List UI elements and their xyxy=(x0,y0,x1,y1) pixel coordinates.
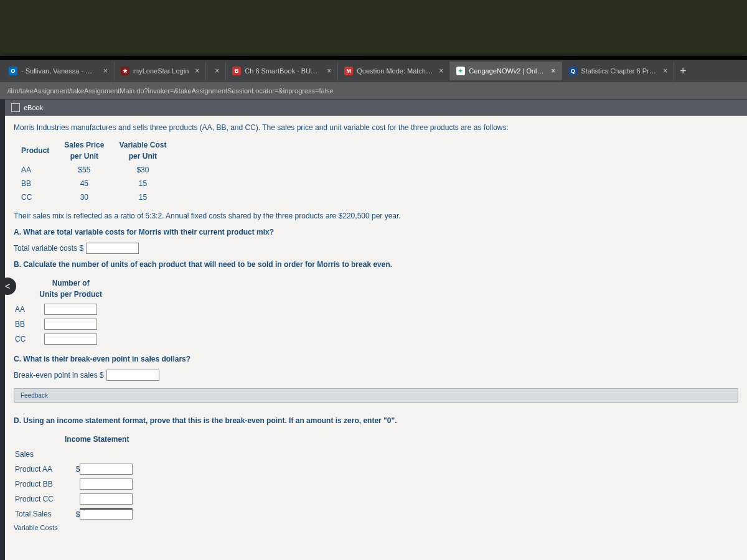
close-icon[interactable]: × xyxy=(195,67,199,75)
table-row: BB xyxy=(15,317,108,331)
problem-intro: Morris Industries manufactures and sells… xyxy=(14,122,738,133)
ebook-label[interactable]: eBook xyxy=(24,104,43,111)
price-cost-table: Product Sales Price per Unit Variable Co… xyxy=(14,138,174,204)
table-row: Product CC xyxy=(15,492,134,506)
units-aa-input[interactable] xyxy=(44,304,97,315)
tab-label: CengageNOWv2 | Online teach xyxy=(469,67,545,75)
table-row: CC 30 15 xyxy=(14,190,174,204)
url-bar[interactable]: /ilrn/takeAssignment/takeAssignmentMain.… xyxy=(0,82,747,100)
outlook-icon: O xyxy=(9,67,17,75)
cell: CC xyxy=(14,190,57,204)
part-d-question: D. Using an income statement format, pro… xyxy=(14,415,738,426)
cell: $55 xyxy=(57,163,111,177)
product-cc-input[interactable] xyxy=(80,493,133,505)
table-row: AA xyxy=(15,302,108,316)
tab-label: Question Mode: Matching Que xyxy=(357,67,433,75)
cell: Sales xyxy=(15,447,59,461)
table-row: BB 45 15 xyxy=(14,177,174,190)
income-header: Income Statement xyxy=(60,432,134,446)
table-row: AA $55 $30 xyxy=(14,163,174,177)
part-c-question: C. What is their break-even point in sal… xyxy=(14,353,738,365)
cell: AA xyxy=(15,302,32,316)
total-variable-input[interactable] xyxy=(86,243,139,254)
tab-outlook[interactable]: O - Sullivan, Vanessa - Outloo × xyxy=(2,62,115,80)
cell: BB xyxy=(14,177,57,190)
cell: Total Sales xyxy=(15,507,59,521)
url-text: /ilrn/takeAssignment/takeAssignmentMain.… xyxy=(7,87,334,95)
browser-tab-bar: O - Sullivan, Vanessa - Outloo × ★ myLon… xyxy=(0,60,747,82)
tab-smartbook[interactable]: B Ch 6 SmartBook - BUSI-2305 60 × xyxy=(226,62,338,80)
table-row: Product AA$ xyxy=(15,462,134,476)
tab-statistics[interactable]: Q Statistics Chapter 6 Practice Flas × xyxy=(562,62,674,80)
breakeven-label: Break-even point in sales $ xyxy=(14,370,104,381)
close-icon[interactable]: × xyxy=(439,67,443,75)
part-a-question: A. What are total variable costs for Mor… xyxy=(14,226,738,238)
tab-empty[interactable]: × xyxy=(206,62,226,80)
units-cc-input[interactable] xyxy=(44,334,97,345)
question-mode-icon: M xyxy=(344,67,353,75)
cell: $30 xyxy=(111,163,174,177)
units-table: Number of Units per Product AA BB CC xyxy=(14,275,110,347)
cell: CC xyxy=(15,332,32,346)
table-row: Sales xyxy=(15,447,134,461)
smartbook-icon: B xyxy=(232,67,241,75)
close-icon[interactable]: × xyxy=(663,67,667,75)
tab-question-mode[interactable]: M Question Mode: Matching Que × xyxy=(338,62,450,80)
total-variable-label: Total variable costs $ xyxy=(14,243,83,254)
cell: Product CC xyxy=(15,492,59,506)
cell: 45 xyxy=(57,177,111,190)
cell: AA xyxy=(14,163,57,177)
page-content: < eBook Morris Industries manufactures a… xyxy=(0,100,747,560)
table-row: Product BB xyxy=(15,477,134,491)
sales-mix-text: Their sales mix is reflected as a ratio … xyxy=(14,210,738,222)
units-header: Number of Units per Product xyxy=(33,276,108,301)
tab-cengagenow[interactable]: ✦ CengageNOWv2 | Online teach × xyxy=(450,62,562,80)
quizlet-icon: Q xyxy=(568,67,577,75)
table-row: CC xyxy=(15,332,108,346)
ebook-icon[interactable] xyxy=(11,103,20,112)
th-var-cost: Variable Cost per Unit xyxy=(111,138,174,163)
close-icon[interactable]: × xyxy=(551,67,555,75)
close-icon[interactable]: × xyxy=(215,67,219,75)
close-icon[interactable]: × xyxy=(103,67,108,75)
new-tab-button[interactable]: + xyxy=(674,62,692,80)
product-aa-input[interactable] xyxy=(80,464,133,475)
cell: 15 xyxy=(111,177,174,190)
cell: Product AA xyxy=(15,462,59,476)
ebook-bar: eBook xyxy=(5,100,747,116)
tab-label: Ch 6 SmartBook - BUSI-2305 60 xyxy=(245,67,321,75)
cell: 15 xyxy=(111,190,174,204)
part-b-question: B. Calculate the number of units of each… xyxy=(14,259,738,270)
tab-label: myLoneStar Login xyxy=(133,67,189,75)
income-statement-table: Income Statement Sales Product AA$ Produ… xyxy=(14,431,135,523)
cell: 30 xyxy=(57,190,111,204)
close-icon[interactable]: × xyxy=(327,67,331,75)
table-row: Total Sales$ xyxy=(15,507,134,521)
total-sales-input[interactable] xyxy=(80,508,133,520)
tab-mylonestar[interactable]: ★ myLoneStar Login × xyxy=(115,62,206,80)
cengage-icon: ✦ xyxy=(456,67,465,75)
cutoff-row: Variable Costs xyxy=(14,523,738,533)
th-product: Product xyxy=(14,138,57,163)
th-sales-price: Sales Price per Unit xyxy=(57,138,111,163)
units-bb-input[interactable] xyxy=(44,319,97,330)
product-bb-input[interactable] xyxy=(80,478,133,490)
cell: BB xyxy=(15,317,32,331)
tab-label: Statistics Chapter 6 Practice Flas xyxy=(581,67,657,75)
feedback-bar[interactable]: Feedback xyxy=(14,388,738,403)
cell: Product BB xyxy=(15,477,59,491)
lonestar-icon: ★ xyxy=(121,67,129,75)
breakeven-input[interactable] xyxy=(106,370,159,381)
tab-label: - Sullivan, Vanessa - Outloo xyxy=(21,67,97,75)
